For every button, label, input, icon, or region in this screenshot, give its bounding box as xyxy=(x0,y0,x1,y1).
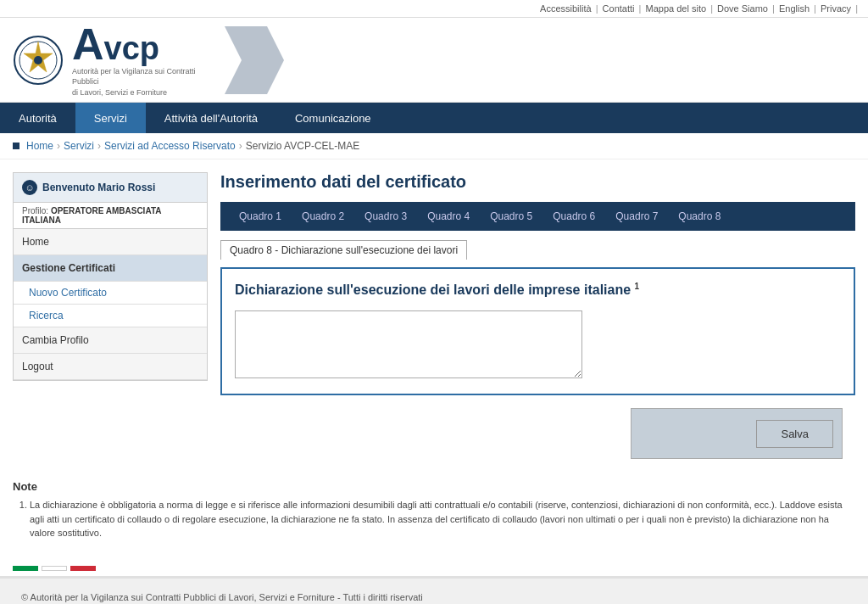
svg-marker-4 xyxy=(225,26,284,94)
breadcrumb-servizi-riservato[interactable]: Servizi ad Accesso Riservato xyxy=(104,140,236,152)
user-icon: ☺ xyxy=(22,180,37,195)
panel-tab-label: Quadro 8 - Dichiarazione sull'esecuzione… xyxy=(220,240,467,260)
sidebar-menu: Home Gestione Certificati Nuovo Certific… xyxy=(14,229,207,380)
content-area: Inserimento dati del certificato Quadro … xyxy=(220,172,855,459)
nav-autorita[interactable]: Autorità xyxy=(0,103,75,133)
breadcrumb-servizi[interactable]: Servizi xyxy=(64,140,94,152)
nav-servizi[interactable]: Servizi xyxy=(75,103,146,133)
section-superscript: 1 xyxy=(635,282,640,291)
footer-copyright: © Autorità per la Vigilanza sui Contratt… xyxy=(21,590,423,604)
nav-attivita[interactable]: Attività dell'Autorità xyxy=(146,103,276,133)
profile-label: Profilo: xyxy=(22,206,48,215)
quadro-tab-6[interactable]: Quadro 6 xyxy=(542,207,605,226)
notes-title: Note xyxy=(13,480,855,493)
sidebar-user: ☺ Benvenuto Mario Rossi xyxy=(14,173,207,203)
dove-siamo-link[interactable]: Dove Siamo xyxy=(717,3,768,14)
main-nav: Autorità Servizi Attività dell'Autorità … xyxy=(0,103,868,133)
sidebar: ☺ Benvenuto Mario Rossi Profilo: OPERATO… xyxy=(13,172,208,381)
svg-point-3 xyxy=(34,56,42,64)
save-button[interactable]: Salva xyxy=(756,420,833,448)
sidebar-item-cambia-profilo[interactable]: Cambia Profilo xyxy=(14,327,207,354)
header: A vcp Autorità per la Vigilanza sui Cont… xyxy=(0,18,868,103)
footer-bottom: © Autorità per la Vigilanza sui Contratt… xyxy=(8,587,860,604)
footer-center: © Autorità per la Vigilanza sui Contratt… xyxy=(21,590,423,604)
notes-section: Note La dichiarazione è obbligatoria a n… xyxy=(0,472,868,561)
sidebar-item-logout[interactable]: Logout xyxy=(14,354,207,380)
accessibility-link[interactable]: Accessibilità xyxy=(540,3,592,14)
chevron-decoration xyxy=(225,26,284,94)
flag-white xyxy=(42,566,67,571)
logo-area: A vcp Autorità per la Vigilanza sui Cont… xyxy=(13,22,284,98)
quadro-tab-4[interactable]: Quadro 4 xyxy=(417,207,480,226)
section-title: Dichiarazione sull'esecuzione dei lavori… xyxy=(235,282,841,298)
quadro-tab-7[interactable]: Quadro 7 xyxy=(605,207,668,226)
flag-red xyxy=(70,566,96,571)
declaration-textarea[interactable] xyxy=(235,310,582,378)
sidebar-item-gestione[interactable]: Gestione Certificati xyxy=(14,255,207,282)
quadro-tab-8[interactable]: Quadro 8 xyxy=(668,207,731,226)
quadro-tab-2[interactable]: Quadro 2 xyxy=(292,207,354,226)
quadro-tabs-bar: Quadro 1 Quadro 2 Quadro 3 Quadro 4 Quad… xyxy=(220,202,855,231)
page-title: Inserimento dati del certificato xyxy=(220,172,855,192)
quadro-tab-3[interactable]: Quadro 3 xyxy=(354,207,417,226)
top-bar: Accessibilità | Contatti | Mappa del sit… xyxy=(0,0,868,18)
contacts-link[interactable]: Contatti xyxy=(603,3,635,14)
sidebar-greeting: Benvenuto Mario Rossi xyxy=(42,182,155,193)
form-panel: Dichiarazione sull'esecuzione dei lavori… xyxy=(220,267,855,395)
breadcrumb-square-icon xyxy=(13,143,19,149)
footer: © Autorità per la Vigilanza sui Contratt… xyxy=(0,576,868,604)
logo-subtitle: Autorità per la Vigilanza sui Contratti … xyxy=(72,66,208,98)
note-item-1: La dichiarazione è obbligatoria a norma … xyxy=(30,498,855,540)
footer-flags xyxy=(0,561,868,576)
privacy-link[interactable]: Privacy xyxy=(821,3,851,14)
sidebar-item-nuovo-certificato[interactable]: Nuovo Certificato xyxy=(14,282,207,305)
breadcrumb-home[interactable]: Home xyxy=(26,140,53,152)
sidebar-item-ricerca[interactable]: Ricerca xyxy=(14,305,207,327)
quadro-tab-5[interactable]: Quadro 5 xyxy=(480,207,542,226)
sitemap-link[interactable]: Mappa del sito xyxy=(646,3,707,14)
nav-comunicazione[interactable]: Comunicazione xyxy=(276,103,390,133)
sidebar-profile: Profilo: OPERATORE AMBASCIATA ITALIANA xyxy=(14,203,207,229)
notes-list: La dichiarazione è obbligatoria a norma … xyxy=(13,498,855,540)
buttons-area: Salva xyxy=(220,408,855,459)
breadcrumb-current: Servizio AVCP-CEL-MAE xyxy=(246,140,359,152)
breadcrumb: Home › Servizi › Servizi ad Accesso Rise… xyxy=(0,133,868,159)
english-link[interactable]: English xyxy=(779,3,810,14)
main-layout: ☺ Benvenuto Mario Rossi Profilo: OPERATO… xyxy=(0,159,868,472)
quadro-tab-1[interactable]: Quadro 1 xyxy=(229,207,292,226)
flag-green xyxy=(13,566,38,571)
logo-text-area: A vcp Autorità per la Vigilanza sui Cont… xyxy=(72,22,208,98)
sidebar-item-home[interactable]: Home xyxy=(14,229,207,255)
emblem-icon xyxy=(13,35,64,86)
